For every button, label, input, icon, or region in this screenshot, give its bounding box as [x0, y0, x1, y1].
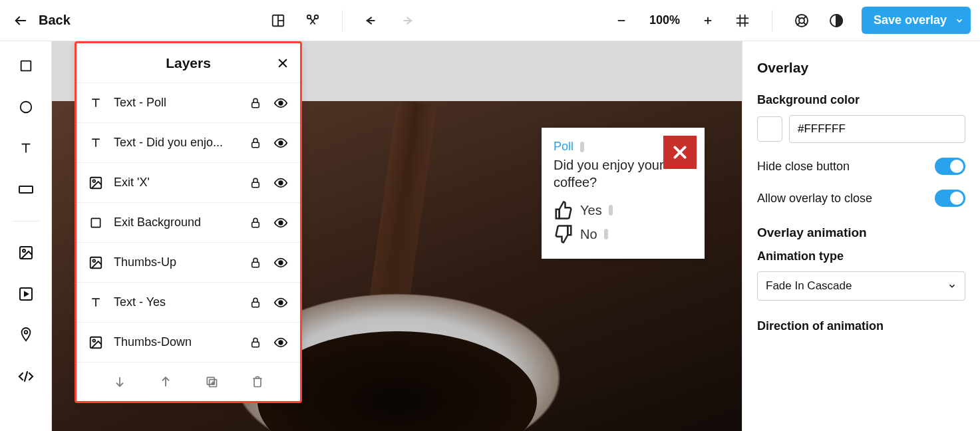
circle-icon — [19, 100, 33, 114]
svg-point-36 — [279, 101, 283, 105]
tool-rail — [0, 41, 52, 431]
svg-point-51 — [279, 261, 283, 265]
tool-location[interactable] — [16, 325, 36, 345]
zoom-level: 100% — [644, 13, 685, 27]
svg-line-17 — [804, 16, 806, 19]
layer-move-up-button[interactable] — [156, 372, 176, 392]
layer-row[interactable]: Thumbs-Down — [77, 323, 300, 362]
layer-lock-button[interactable] — [248, 137, 263, 149]
layer-lock-button[interactable] — [248, 257, 263, 269]
trash-icon — [251, 374, 264, 389]
layer-visibility-button[interactable] — [273, 255, 288, 270]
back-label: Back — [39, 13, 71, 28]
layer-lock-button[interactable] — [248, 297, 263, 309]
overlay-preview[interactable]: Poll Did you enjoy your coffee? Yes No — [542, 128, 705, 259]
svg-rect-35 — [252, 102, 259, 108]
layer-move-down-button[interactable] — [110, 372, 130, 392]
contrast-icon — [828, 13, 844, 29]
layer-row[interactable]: Exit 'X' — [77, 163, 300, 203]
layer-visibility-button[interactable] — [273, 136, 288, 150]
layer-row[interactable]: Exit Background — [77, 203, 300, 243]
image-icon — [18, 245, 34, 261]
direction-label: Direction of animation — [757, 319, 965, 333]
svg-rect-43 — [252, 182, 259, 188]
svg-rect-24 — [19, 186, 33, 193]
tool-code[interactable] — [16, 366, 36, 386]
animation-type-label: Animation type — [757, 249, 965, 263]
allow-close-toggle[interactable] — [935, 190, 965, 207]
tool-image[interactable] — [16, 243, 36, 263]
layer-lock-button[interactable] — [248, 177, 263, 189]
save-overlay-button[interactable]: Save overlay — [862, 7, 971, 34]
layer-visibility-button[interactable] — [273, 96, 288, 110]
thumbs-down-icon — [554, 224, 573, 244]
image-icon — [88, 335, 103, 350]
layer-duplicate-button[interactable] — [202, 372, 222, 392]
arrow-down-icon — [113, 375, 126, 388]
svg-point-40 — [279, 141, 283, 145]
layer-lock-button[interactable] — [248, 337, 263, 349]
tool-button[interactable] — [16, 180, 36, 200]
back-button[interactable]: Back — [0, 13, 84, 28]
text-icon — [88, 136, 103, 150]
answer-yes[interactable]: Yes — [554, 200, 693, 220]
hide-close-toggle[interactable] — [935, 158, 965, 175]
svg-rect-45 — [91, 218, 100, 227]
background-color-input[interactable] — [789, 115, 965, 143]
contrast-button[interactable] — [824, 9, 848, 33]
close-icon — [276, 57, 289, 70]
zoom-out-button[interactable] — [609, 9, 633, 33]
layout-panel-button[interactable] — [266, 9, 290, 33]
tool-video[interactable] — [16, 284, 36, 304]
button-icon — [18, 184, 34, 196]
help-button[interactable] — [790, 9, 814, 33]
thumbs-up-icon — [554, 200, 573, 220]
answer-no[interactable]: No — [554, 224, 693, 244]
drag-handle-icon[interactable] — [604, 229, 608, 239]
canvas[interactable]: Layers Text - PollText - Did you enjo...… — [52, 41, 742, 431]
drag-handle-icon[interactable] — [609, 205, 613, 216]
top-toolbar: Back 100% — [0, 0, 980, 41]
save-label: Save overlay — [874, 13, 947, 27]
layer-row[interactable]: Thumbs-Up — [77, 243, 300, 283]
layer-lock-button[interactable] — [248, 217, 263, 229]
layer-row[interactable]: Text - Yes — [77, 283, 300, 323]
tool-text[interactable] — [16, 138, 36, 158]
duplicate-icon — [205, 375, 218, 388]
overlay-close-button[interactable] — [663, 136, 697, 169]
undo-button[interactable] — [360, 9, 384, 33]
background-color-swatch[interactable] — [757, 116, 782, 142]
layer-lock-button[interactable] — [248, 97, 263, 109]
layout-icon — [271, 13, 285, 28]
redo-button[interactable] — [395, 9, 418, 33]
layers-panel-close-button[interactable] — [276, 57, 289, 70]
x-icon — [671, 144, 689, 161]
drag-handle-icon[interactable] — [580, 142, 584, 152]
arrow-left-icon — [13, 13, 28, 28]
layer-visibility-button[interactable] — [273, 295, 288, 310]
svg-point-59 — [279, 341, 283, 345]
layer-name: Text - Yes — [114, 295, 238, 309]
layer-visibility-button[interactable] — [273, 216, 288, 230]
layer-visibility-button[interactable] — [273, 335, 288, 350]
tool-rectangle[interactable] — [16, 56, 36, 76]
tool-circle[interactable] — [16, 97, 36, 117]
text-icon — [19, 141, 33, 156]
zoom-in-button[interactable] — [696, 9, 720, 33]
grid-icon — [735, 13, 750, 28]
hide-close-label: Hide close button — [757, 160, 850, 174]
animation-type-select[interactable]: Fade In Cascade — [757, 271, 965, 301]
layer-delete-button[interactable] — [247, 372, 267, 392]
layer-name: Text - Poll — [114, 96, 238, 110]
layer-row[interactable]: Text - Poll — [77, 83, 300, 123]
svg-point-57 — [92, 339, 95, 342]
grid-button[interactable] — [731, 9, 754, 33]
layer-name: Exit Background — [114, 216, 238, 229]
layer-visibility-button[interactable] — [273, 176, 288, 190]
scissors-icon — [305, 13, 320, 28]
chevron-down-icon — [947, 281, 957, 291]
background-color-label: Background color — [757, 93, 965, 107]
layer-row[interactable]: Text - Did you enjo... — [77, 123, 300, 163]
crop-button[interactable] — [301, 9, 325, 33]
layer-name: Thumbs-Up — [114, 255, 238, 269]
